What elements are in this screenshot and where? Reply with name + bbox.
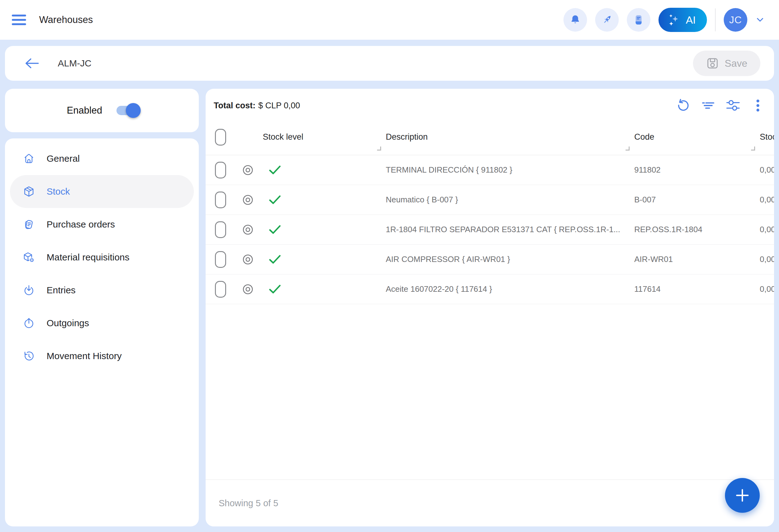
notes-button[interactable]: [627, 8, 650, 32]
stock-level-ok-icon: [269, 255, 281, 264]
cell-stock: 0,00: [760, 185, 774, 214]
sidebar-item-outgoings[interactable]: Outgoings: [5, 307, 199, 340]
cell-code: REP.OSS.1R-1804: [634, 215, 760, 244]
stock-toolbar: Total cost:$ CLP 0,00: [205, 89, 774, 119]
sparkles-icon: [667, 13, 679, 27]
total-cost-value: $ CLP 0,00: [258, 101, 300, 110]
row-checkbox[interactable]: [215, 251, 226, 268]
view-icon[interactable]: [241, 193, 255, 207]
cell-description: TERMINAL DIRECCIÓN { 911802 }: [386, 155, 634, 185]
column-settings-button[interactable]: [726, 98, 740, 113]
filter-button[interactable]: [701, 98, 716, 113]
menu-icon[interactable]: [12, 15, 26, 25]
sidebar-item-movement-history[interactable]: Movement History: [5, 340, 199, 373]
sidebar-item-label: Stock: [47, 186, 70, 197]
more-options-button[interactable]: [751, 98, 765, 113]
avatar[interactable]: JC: [724, 8, 747, 32]
cell-code: B-007: [634, 185, 760, 214]
save-button-label: Save: [725, 58, 747, 69]
column-resize-handle[interactable]: [751, 146, 755, 150]
sidebar-item-label: Entries: [47, 285, 75, 295]
content: Enabled General: [5, 89, 774, 526]
arrow-left-icon: [24, 57, 40, 69]
bell-icon: [569, 14, 582, 26]
cell-description: 1R-1804 FILTRO SEPARADOR E531371 CAT { R…: [386, 215, 634, 244]
sidebar-item-purchase-orders[interactable]: Purchase orders: [5, 208, 199, 241]
save-icon: [706, 57, 719, 70]
column-header-stock[interactable]: Stock: [760, 119, 774, 155]
ai-assistant-button[interactable]: AI: [658, 8, 707, 32]
rocket-icon: [600, 13, 613, 26]
plus-icon: [734, 487, 751, 504]
row-checkbox[interactable]: [215, 221, 226, 238]
save-button[interactable]: Save: [693, 51, 760, 76]
sidebar-item-entries[interactable]: Entries: [5, 274, 199, 307]
notifications-button[interactable]: [563, 8, 587, 32]
account-menu-button[interactable]: [754, 15, 767, 25]
view-icon[interactable]: [241, 223, 255, 237]
cell-stock: 0,00: [760, 274, 774, 304]
column-resize-handle[interactable]: [625, 146, 630, 150]
notebook-icon: [632, 13, 646, 27]
cell-stock: 0,00: [760, 215, 774, 244]
filter-icon: [701, 98, 715, 113]
view-icon[interactable]: [241, 253, 255, 266]
cell-description: Aceite 1607022-20 { 117614 }: [386, 274, 634, 304]
total-cost-label: Total cost:: [214, 101, 256, 110]
table-row[interactable]: Neumatico { B-007 } B-007 0,00: [205, 185, 774, 215]
launch-button[interactable]: [595, 8, 619, 32]
row-checkbox[interactable]: [215, 192, 226, 208]
sidebar-item-stock[interactable]: Stock: [10, 175, 194, 208]
enabled-card: Enabled: [5, 89, 199, 132]
row-checkbox[interactable]: [215, 281, 226, 298]
stock-panel: Total cost:$ CLP 0,00: [205, 89, 774, 526]
sidebar-item-general[interactable]: General: [5, 142, 199, 175]
table-row[interactable]: TERMINAL DIRECCIÓN { 911802 } 911802 0,0…: [205, 155, 774, 185]
refresh-button[interactable]: [676, 98, 691, 113]
cell-stock: 0,00: [760, 245, 774, 274]
refresh-icon: [676, 98, 691, 113]
table-row[interactable]: AIR COMPRESSOR { AIR-WR01 } AIR-WR01 0,0…: [205, 245, 774, 274]
stock-level-ok-icon: [269, 225, 281, 234]
cell-code: 117614: [634, 274, 760, 304]
cube-icon: [23, 186, 35, 197]
sliders-icon: [726, 98, 740, 113]
header-select-cell: [205, 119, 237, 155]
total-cost: Total cost:$ CLP 0,00: [214, 101, 300, 111]
enabled-label: Enabled: [67, 105, 102, 116]
cell-code: AIR-WR01: [634, 245, 760, 274]
column-header-code[interactable]: Code: [634, 119, 760, 155]
kebab-menu-icon: [751, 98, 765, 113]
add-item-button[interactable]: [725, 478, 760, 513]
header-eye-cell: [237, 119, 261, 155]
history-icon: [23, 350, 35, 362]
cell-description: Neumatico { B-007 }: [386, 185, 634, 214]
view-icon[interactable]: [241, 282, 255, 296]
sidebar-item-label: General: [47, 153, 80, 164]
row-checkbox[interactable]: [215, 162, 226, 179]
table-row[interactable]: Aceite 1607022-20 { 117614 } 117614 0,00: [205, 274, 774, 304]
table-row[interactable]: 1R-1804 FILTRO SEPARADOR E531371 CAT { R…: [205, 215, 774, 245]
topbar-actions: AI JC: [563, 8, 767, 32]
sidebar-item-material-requisitions[interactable]: Material requisitions: [5, 241, 199, 274]
ai-button-label: AI: [686, 14, 696, 26]
app-title: Warehouses: [39, 14, 93, 25]
enabled-toggle[interactable]: [116, 106, 137, 115]
chevron-down-icon: [757, 18, 764, 22]
column-header-description[interactable]: Description: [386, 119, 634, 155]
table-header: Stock level Description Code Stock: [205, 119, 774, 155]
view-icon[interactable]: [241, 163, 255, 177]
select-all-checkbox[interactable]: [215, 129, 226, 146]
table-footer: Showing 5 of 5: [205, 479, 774, 526]
page-title: ALM-JC: [58, 58, 91, 69]
top-bar: Warehouses: [0, 0, 779, 40]
row-count: Showing 5 of 5: [219, 498, 278, 509]
back-button[interactable]: [24, 57, 40, 69]
receipt-icon: [23, 218, 35, 230]
box-plus-icon: [23, 251, 35, 263]
cell-stock: 0,00: [760, 155, 774, 185]
export-icon: [23, 317, 35, 329]
table-actions: [676, 98, 765, 113]
column-resize-handle[interactable]: [377, 146, 381, 150]
column-header-stock-level[interactable]: Stock level: [261, 119, 386, 155]
